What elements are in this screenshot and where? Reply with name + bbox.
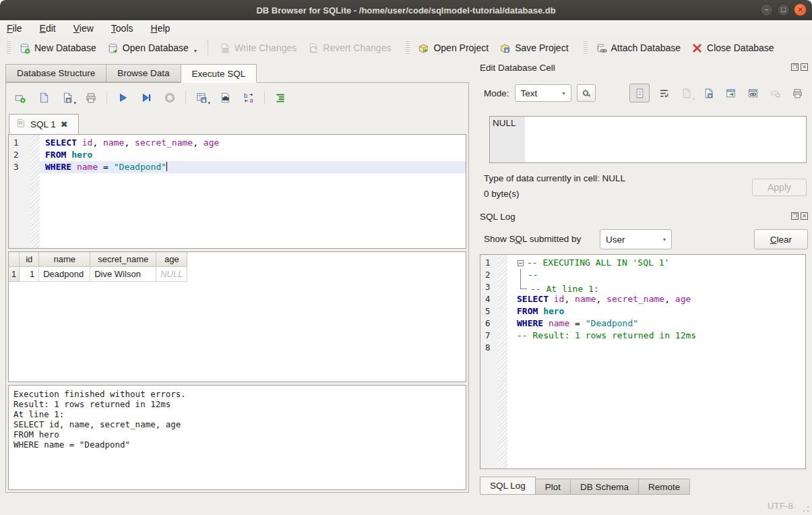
import-cell-data-icon[interactable]: ▾ bbox=[678, 85, 694, 101]
fold-marker-icon[interactable] bbox=[517, 269, 528, 281]
sql-log-view[interactable]: 12345678 -- EXECUTING ALL IN 'SQL 1'----… bbox=[480, 254, 806, 469]
print-icon[interactable] bbox=[82, 90, 100, 106]
code-line: -- EXECUTING ALL IN 'SQL 1' bbox=[507, 257, 805, 269]
clear-log-button[interactable]: Clear bbox=[754, 229, 808, 249]
mode-select[interactable]: Text ▾ bbox=[515, 84, 571, 102]
corner-header[interactable] bbox=[9, 252, 20, 266]
open-external-icon[interactable] bbox=[722, 85, 739, 101]
cell-name[interactable]: Deadpond bbox=[39, 266, 90, 281]
execute-all-button[interactable] bbox=[114, 90, 131, 106]
cell-content-editor[interactable]: NULL bbox=[489, 116, 807, 163]
code-line: -- At line 1: bbox=[507, 281, 805, 293]
cell-type-info: Type of data currently in cell: NULL bbox=[484, 173, 625, 183]
cell-id[interactable]: 1 bbox=[20, 266, 39, 281]
line-number: 3 bbox=[480, 281, 507, 293]
results-grid[interactable]: id name secret_name age 1 1 Deadpond Div… bbox=[8, 251, 466, 382]
new-database-button[interactable]: New Database bbox=[13, 40, 102, 57]
encoding-indicator[interactable]: UTF-8 bbox=[768, 501, 793, 511]
sql-file-icon bbox=[16, 119, 26, 130]
tab-plot[interactable]: Plot bbox=[536, 479, 571, 495]
menu-view[interactable]: View bbox=[73, 23, 94, 34]
copy-link-icon[interactable] bbox=[745, 85, 761, 101]
tab-sql-log[interactable]: SQL Log bbox=[480, 477, 536, 495]
line-number: 5 bbox=[480, 305, 507, 317]
table-row: 1 1 Deadpond Dive Wilson NULL bbox=[9, 266, 187, 281]
replace-icon[interactable]: ba bbox=[240, 90, 257, 106]
menu-help[interactable]: Help bbox=[151, 23, 170, 34]
line-number: 2 bbox=[9, 149, 40, 161]
format-icon[interactable] bbox=[272, 90, 289, 106]
set-null-icon[interactable] bbox=[767, 85, 783, 101]
toolbar-drag-handle[interactable] bbox=[406, 41, 410, 55]
close-panel-icon[interactable]: ✕ bbox=[801, 212, 808, 220]
open-project-button[interactable]: Open Project bbox=[412, 40, 494, 57]
open-database-button[interactable]: Open Database ▾ bbox=[102, 40, 202, 57]
stop-button[interactable] bbox=[161, 90, 179, 106]
row-number[interactable]: 1 bbox=[9, 266, 20, 281]
text-mode-button[interactable] bbox=[629, 84, 650, 102]
toolbar-drag-handle[interactable] bbox=[7, 41, 11, 55]
column-header-id[interactable]: id bbox=[20, 252, 39, 266]
log-code[interactable]: -- EXECUTING ALL IN 'SQL 1'---- At line … bbox=[507, 255, 805, 468]
tab-database-structure[interactable]: Database Structure bbox=[5, 64, 106, 82]
print-cell-icon[interactable] bbox=[789, 85, 805, 101]
float-panel-icon[interactable]: ❐ bbox=[791, 212, 799, 220]
resize-grip-icon[interactable] bbox=[803, 506, 809, 512]
execute-line-button[interactable] bbox=[137, 90, 155, 106]
code-line: FROM hero bbox=[40, 149, 466, 161]
new-sql-tab-button[interactable] bbox=[11, 90, 29, 106]
open-sql-file-button[interactable] bbox=[35, 90, 53, 106]
find-icon[interactable] bbox=[216, 90, 234, 106]
right-dock: Edit Database Cell ❐ ✕ Mode: Text ▾ ▾ bbox=[474, 61, 812, 495]
main-tab-bar: Database Structure Browse Data Execute S… bbox=[5, 64, 257, 83]
write-changes-button[interactable]: Write Changes bbox=[214, 40, 302, 57]
sql-file-tab[interactable]: SQL 1 ✖ bbox=[9, 114, 79, 134]
close-tab-icon[interactable]: ✖ bbox=[61, 119, 68, 129]
mode-label: Mode: bbox=[484, 88, 509, 98]
tab-db-schema[interactable]: DB Schema bbox=[571, 479, 639, 495]
fold-marker-icon[interactable] bbox=[518, 260, 524, 266]
export-cell-data-icon[interactable] bbox=[700, 85, 716, 101]
column-header-secret-name[interactable]: secret_name bbox=[90, 252, 156, 266]
close-database-button[interactable]: Close Database bbox=[686, 40, 780, 57]
float-panel-icon[interactable]: ❐ bbox=[791, 63, 799, 71]
open-database-label: Open Database bbox=[123, 42, 189, 53]
close-button[interactable]: ✕ bbox=[794, 3, 807, 16]
tab-browse-data[interactable]: Browse Data bbox=[106, 64, 180, 82]
column-header-age[interactable]: age bbox=[156, 252, 187, 266]
menu-file[interactable]: File bbox=[7, 23, 22, 34]
log-line-numbers: 12345678 bbox=[480, 255, 507, 468]
tab-remote[interactable]: Remote bbox=[639, 479, 690, 495]
cell-secret-name[interactable]: Dive Wilson bbox=[90, 266, 156, 281]
editor-line-numbers: 123 bbox=[9, 135, 40, 248]
maximize-button[interactable]: □ bbox=[777, 3, 790, 16]
toolbar-drag-handle[interactable] bbox=[584, 41, 588, 55]
revert-changes-button[interactable]: Revert Changes bbox=[302, 40, 396, 57]
sql-toolbar: ▾ ▾ ba bbox=[11, 88, 289, 107]
tab-execute-sql[interactable]: Execute SQL bbox=[181, 64, 257, 83]
titlebar[interactable]: DB Browser for SQLite - /home/user/code/… bbox=[0, 0, 812, 20]
menu-edit[interactable]: Edit bbox=[40, 23, 56, 34]
save-results-button[interactable]: ▾ bbox=[193, 90, 210, 106]
chevron-down-icon: ▾ bbox=[663, 237, 666, 243]
sql-log-title: SQL Log bbox=[480, 212, 516, 222]
log-filter-select[interactable]: User ▾ bbox=[600, 229, 672, 249]
cell-age[interactable]: NULL bbox=[156, 266, 187, 281]
apply-button[interactable]: Apply bbox=[752, 179, 807, 196]
sql-editor[interactable]: 123 SELECT id, name, secret_name, ageFRO… bbox=[8, 134, 466, 249]
svg-text:a: a bbox=[249, 97, 253, 104]
column-header-name[interactable]: name bbox=[39, 252, 90, 266]
close-panel-icon[interactable]: ✕ bbox=[801, 63, 808, 71]
code-line: WHERE name = "Deadpond" bbox=[507, 317, 805, 330]
auto-switch-mode-button[interactable] bbox=[577, 84, 596, 102]
save-sql-file-button[interactable]: ▾ bbox=[59, 90, 76, 106]
attach-database-button[interactable]: Attach Database bbox=[590, 40, 687, 57]
line-number: 3 bbox=[9, 161, 40, 173]
chevron-down-icon[interactable]: ▾ bbox=[194, 48, 197, 54]
editor-code[interactable]: SELECT id, name, secret_name, ageFROM he… bbox=[40, 135, 466, 248]
fold-marker-icon[interactable] bbox=[520, 281, 527, 289]
save-project-button[interactable]: Save Project bbox=[494, 40, 573, 57]
minimize-button[interactable]: − bbox=[760, 3, 773, 16]
word-wrap-icon[interactable] bbox=[656, 85, 672, 101]
menu-tools[interactable]: Tools bbox=[111, 23, 133, 34]
